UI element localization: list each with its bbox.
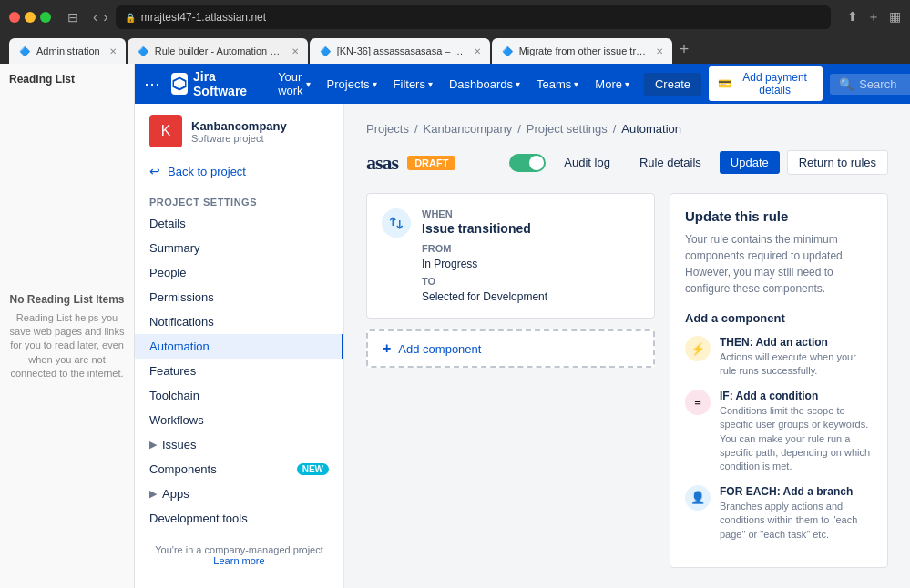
action-component-desc: Actions will execute when your rule runs… — [720, 350, 873, 379]
project-header: K Kanbancompany Software project — [135, 115, 343, 158]
update-button[interactable]: Update — [720, 151, 780, 174]
tab-3-favicon: 🔷 — [319, 45, 332, 57]
tab-4-close-icon[interactable]: ✕ — [656, 46, 663, 56]
browser-tab-3[interactable]: 🔷 [KN-36] assassasasasa – Jira ✕ — [310, 38, 490, 64]
create-button[interactable]: Create — [644, 73, 701, 96]
sidebar-item-apps[interactable]: ▶ Apps — [135, 482, 343, 506]
breadcrumb-projects[interactable]: Projects — [366, 122, 409, 136]
sidebar-item-workflows[interactable]: Workflows — [135, 408, 343, 432]
breadcrumb-project-settings[interactable]: Project settings — [527, 122, 608, 136]
nav-teams[interactable]: Teams ▾ — [529, 66, 586, 101]
sidebar-section-title: Project settings — [135, 191, 343, 211]
tab-2-favicon: 🔷 — [137, 45, 149, 57]
new-tab-button[interactable]: + — [680, 41, 690, 57]
reading-list-sidebar: Reading List No Reading List Items Readi… — [0, 64, 135, 588]
tab-1-close-icon[interactable]: ✕ — [109, 46, 117, 56]
browser-actions: ⬆ ＋ ▦ — [847, 9, 901, 25]
more-chevron-icon: ▾ — [625, 79, 629, 89]
nav-filters[interactable]: Filters ▾ — [386, 66, 440, 101]
toggle-track[interactable] — [509, 154, 546, 172]
project-info: Kanbancompany Software project — [191, 119, 287, 144]
jira-apps-grid-icon[interactable]: ⋯ — [144, 74, 160, 94]
tab-3-label: [KN-36] assassasasasa – Jira — [337, 46, 465, 56]
sidebar-item-toolchain[interactable]: Toolchain — [135, 383, 343, 408]
condition-component-desc: Conditions limit the scope to specific u… — [720, 404, 873, 474]
tab-3-close-icon[interactable]: ✕ — [474, 46, 481, 56]
share-icon[interactable]: ⬆ — [847, 9, 858, 25]
trigger-card[interactable]: WHEN Issue transitioned FROM In Progress — [366, 193, 655, 319]
browser-tab-2[interactable]: 🔷 Rule builder - Automation - Kanbancomp… — [128, 38, 308, 64]
sidebar-item-details[interactable]: Details — [135, 211, 343, 236]
extensions-icon[interactable]: ▦ — [889, 9, 901, 25]
filters-chevron-icon: ▾ — [428, 79, 433, 89]
toggle-thumb — [529, 156, 544, 170]
sidebar-item-features[interactable]: Features — [135, 359, 343, 383]
update-panel-desc: Your rule contains the minimum component… — [685, 231, 873, 297]
panel-action-component[interactable]: ⚡ THEN: Add an action Actions will execu… — [685, 336, 873, 379]
rule-details-button[interactable]: Rule details — [629, 151, 712, 174]
sidebar-item-issues[interactable]: ▶ Issues — [135, 432, 343, 457]
back-to-project-link[interactable]: ↩ Back to project — [135, 158, 343, 184]
browser-tab-1[interactable]: 🔷 Administration ✕ — [9, 38, 126, 64]
tab-4-favicon: 🔷 — [501, 45, 514, 57]
breadcrumb-sep-1: / — [414, 122, 418, 136]
sidebar-toggle-icon[interactable]: ⊟ — [67, 10, 78, 25]
new-tab-icon[interactable]: ＋ — [867, 9, 880, 25]
back-arrow-icon[interactable]: ‹ — [93, 9, 97, 25]
trigger-when-label: WHEN — [422, 208, 639, 219]
breadcrumb-kanbancompany[interactable]: Kanbancompany — [424, 122, 513, 136]
trigger-to-label: TO — [422, 276, 435, 287]
rule-status-badge: DRAFT — [407, 156, 455, 170]
browser-tabs-bar: 🔷 Administration ✕ 🔷 Rule builder - Auto… — [0, 35, 910, 64]
url-bar[interactable]: 🔒 mrajtest47-1.atlassian.net — [116, 5, 831, 29]
branch-component-content: FOR EACH: Add a branch Branches apply ac… — [720, 485, 873, 542]
nav-your-work[interactable]: Your work ▾ — [271, 66, 317, 101]
sidebar-item-automation[interactable]: Automation — [135, 334, 343, 359]
rule-toggle[interactable] — [509, 154, 546, 172]
breadcrumb: Projects / Kanbancompany / Project setti… — [366, 122, 888, 136]
page-layout: K Kanbancompany Software project ↩ Back … — [135, 104, 910, 588]
sidebar-item-people[interactable]: People — [135, 260, 343, 285]
your-work-chevron-icon: ▾ — [306, 79, 311, 89]
nav-right: 💳 Add payment details 🔍 Search 🔔 8 ? ⚙ — [709, 66, 910, 101]
nav-dashboards[interactable]: Dashboards ▾ — [442, 66, 527, 101]
tab-1-label: Administration — [36, 46, 100, 56]
trigger-details: FROM In Progress TO Select — [422, 241, 639, 303]
sidebar-item-permissions[interactable]: Permissions — [135, 285, 343, 309]
branch-component-icon: 👤 — [685, 485, 711, 511]
breadcrumb-sep-3: / — [613, 122, 617, 136]
return-to-rules-button[interactable]: Return to rules — [787, 150, 888, 175]
rule-header: asas DRAFT Audit log Rule details Update… — [366, 150, 888, 175]
maximize-traffic-light[interactable] — [40, 12, 51, 23]
add-component-button[interactable]: + Add component — [366, 329, 655, 368]
trigger-icon — [382, 208, 411, 238]
nav-projects[interactable]: Projects ▾ — [320, 66, 384, 101]
browser-tab-4[interactable]: 🔷 Migrate from other issue trackers | At… — [492, 38, 672, 64]
search-bar[interactable]: 🔍 Search — [830, 74, 910, 95]
minimize-traffic-light[interactable] — [25, 12, 36, 23]
add-payment-button[interactable]: 💳 Add payment details — [709, 66, 823, 101]
panel-condition-component[interactable]: ≡ IF: Add a condition Conditions limit t… — [685, 390, 873, 474]
nav-more[interactable]: More ▾ — [588, 66, 637, 101]
sidebar-item-dev-tools[interactable]: Development tools — [135, 506, 343, 531]
reading-list-empty-desc: Reading List helps you save web pages an… — [9, 311, 125, 381]
teams-chevron-icon: ▾ — [574, 79, 578, 89]
trigger-content: WHEN Issue transitioned FROM In Progress — [422, 208, 639, 303]
update-panel: Update this rule Your rule contains the … — [670, 193, 888, 568]
sidebar-item-summary[interactable]: Summary — [135, 236, 343, 260]
forward-arrow-icon[interactable]: › — [103, 9, 107, 25]
tab-2-close-icon[interactable]: ✕ — [291, 46, 299, 56]
sidebar-item-components[interactable]: Components NEW — [135, 457, 343, 482]
trigger-from-label: FROM — [422, 243, 451, 254]
project-name: Kanbancompany — [191, 119, 287, 133]
project-icon: K — [149, 115, 182, 147]
dashboards-chevron-icon: ▾ — [516, 79, 520, 89]
close-traffic-light[interactable] — [9, 12, 20, 23]
trigger-to-value: Selected for Development — [422, 290, 547, 303]
sidebar-item-notifications[interactable]: Notifications — [135, 309, 343, 334]
learn-more-link[interactable]: Learn more — [213, 555, 264, 566]
panel-branch-component[interactable]: 👤 FOR EACH: Add a branch Branches apply … — [685, 485, 873, 542]
audit-log-button[interactable]: Audit log — [553, 151, 621, 174]
jira-logo: Jira Software — [171, 69, 252, 98]
rule-canvas: WHEN Issue transitioned FROM In Progress — [366, 193, 655, 568]
